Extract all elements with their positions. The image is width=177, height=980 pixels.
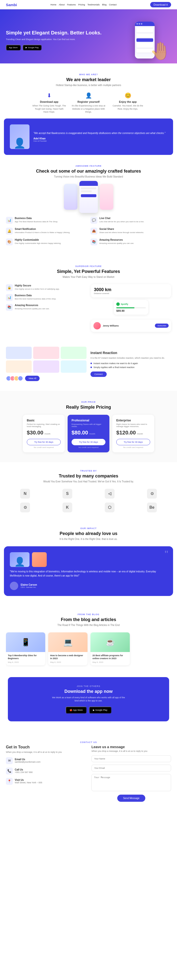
people-section: OUR IMPACT People who already love us It… <box>0 520 177 603</box>
blog-card-2[interactable]: 💻 How to become a web designer in 2023 M… <box>48 632 88 665</box>
pricing-title: Really Simple Pricing <box>6 405 171 410</box>
market-sub: Hottest Startup-like business, is better… <box>6 84 171 86</box>
nav-pricing[interactable]: Pricing <box>78 3 85 6</box>
download-googleplay-button[interactable]: ▶ Google Play <box>89 706 112 713</box>
subscribe-button[interactable]: Subscribe <box>155 323 169 328</box>
appstore-button[interactable]: App Store <box>6 45 21 50</box>
social-share-icon: 📤 <box>91 228 97 235</box>
instant-grid: View All Instant Reaction It is the 87 i… <box>6 347 171 381</box>
nav-testimonials[interactable]: Testimonials <box>88 3 100 6</box>
customizable-icon: 🎨 <box>6 239 13 245</box>
amazing-title: Check out some of our amazingly crafted … <box>6 169 171 174</box>
store-buttons: App Store ▶ Google Play <box>6 45 132 50</box>
trusted-tag: TRUSTED BY <box>6 469 171 472</box>
logo-s: S <box>62 489 72 499</box>
instant-item-1: Instant reaction makes me want to do it … <box>91 362 171 364</box>
hero-desc: Trending Clean and Elegant design applic… <box>6 38 132 41</box>
biz-title: Business Data <box>15 294 56 297</box>
enterprise-plan-card: Enterprise Right choice for teams who ne… <box>112 415 154 452</box>
people-tag: OUR IMPACT <box>4 527 173 530</box>
email-input[interactable] <box>91 765 171 772</box>
form-title: Leave us a message <box>91 745 171 749</box>
nav-blog[interactable]: Blog <box>102 3 107 6</box>
feat-smart-notif: 🔔 Smart Notification Information Product… <box>6 228 86 235</box>
nav-features[interactable]: Features <box>67 3 76 6</box>
contact-title: Get in Touch <box>6 745 86 749</box>
contact-tag: CONTACT US <box>6 741 171 743</box>
feat-notif-title: Smart Notification <box>15 228 70 231</box>
powerful-title: Simple, Yet Powerful Features <box>6 269 171 274</box>
logo-vs: ◁ <box>105 489 115 499</box>
powerful-resources: 📚 Amazing Resources Amazing resources qu… <box>6 304 86 311</box>
instant-right: Instant Reaction It is the 87 instant re… <box>91 351 171 377</box>
basic-cta-button[interactable]: Try free for 30 days <box>27 439 61 445</box>
feat-business-data: 📊 Business Data App The Best Market Busi… <box>6 217 86 224</box>
blog-card-1[interactable]: 📱 Top 5 Membership Sites for Beginners M… <box>6 632 45 665</box>
pro-amount: $80.00 <box>72 430 88 436</box>
name-input[interactable] <box>91 755 171 762</box>
pro-name: Professional <box>72 419 105 422</box>
submit-button[interactable]: Send Message <box>117 795 145 802</box>
apple-icon-2: 🍎 <box>70 709 73 711</box>
feat-business-desc: App The Best Market Business data At The… <box>15 220 58 223</box>
user-avatar <box>93 322 101 329</box>
blog-section: FROM THE BLOG From the blog and articles… <box>0 603 177 677</box>
blog-cards: 📱 Top 5 Membership Sites for Beginners M… <box>6 632 171 667</box>
feature-enjoy: 😊 Enjoy the app Camelot. You travel, We … <box>111 92 145 114</box>
pro-cta-button[interactable]: Try free for 30 days <box>72 439 105 445</box>
quote-decoration: " <box>165 549 168 560</box>
people-author: Elaine Carson <box>21 584 37 586</box>
contact-phone: 📞 Call Us +001 234 567 890 <box>6 768 86 775</box>
location-icon: 📍 <box>6 778 13 785</box>
resources-icon: 📚 <box>91 239 97 245</box>
stat-label: Distance covered <box>94 292 168 294</box>
people-title: People who already love us <box>4 531 173 536</box>
powerful-secure: 🔒 Highly Secure One highly secure is a b… <box>6 284 86 291</box>
testimonial-role: Ceo & Founder <box>33 140 166 142</box>
hero-title: Simple yet Elegant Design. Better Looks. <box>6 30 132 36</box>
people-quote: "We're moving to this integration of bio… <box>10 570 167 578</box>
user-name: Jenny Williams <box>103 325 153 327</box>
feat-resources: 📚 Amazing Resources Amazing resources qu… <box>91 239 171 245</box>
feature-download: ⬇ Download app When The Going Gets Tough… <box>32 92 66 114</box>
pricing-cards: Basic Perfect for exploring. Start creat… <box>6 415 171 452</box>
instant-left: View All <box>6 347 86 381</box>
dot-1 <box>91 363 92 364</box>
app-screen-right <box>100 184 113 210</box>
blog-card-3[interactable]: ☕ 20 Best affiliate programs for online … <box>91 632 130 665</box>
feat-customizable: 🎨 Highly Customizable One highly customi… <box>6 239 86 245</box>
hero-content: Simple yet Elegant Design. Better Looks.… <box>6 30 135 50</box>
view-all-button[interactable]: View All <box>25 375 40 381</box>
contact-address: 📍 Visit Us Wall Street, New York – 005 <box>6 778 86 785</box>
blog-date-3: May 8, 2023 <box>92 661 128 663</box>
powerful-features-section: SUPERIOR FEATURE Simple, Yet Powerful Fe… <box>0 255 177 342</box>
live-chat-icon: 💬 <box>91 217 97 224</box>
nav-contact[interactable]: Contact <box>109 3 116 6</box>
professional-plan-card: Professional Empowering Teams with all b… <box>68 415 109 452</box>
feat-resources-title: Amazing Resources <box>99 239 134 241</box>
pro-period: /month <box>89 433 95 435</box>
download-cta: JOIN THE OTHERS Download the app now We … <box>8 677 169 721</box>
message-input[interactable] <box>91 774 171 791</box>
connect-button[interactable]: Connect <box>91 372 107 377</box>
blog-title-1: Top 5 Membership Sites for Beginners <box>8 654 43 660</box>
feat-business-title: Business Data <box>15 217 58 220</box>
avatars-row <box>6 375 23 381</box>
nav-cta-button[interactable]: Download it <box>150 2 171 7</box>
googleplay-button[interactable]: ▶ Google Play <box>22 45 42 50</box>
nav-about[interactable]: About <box>59 3 65 6</box>
blog-img-1: 📱 <box>6 632 45 652</box>
pricing-tag: OUR PRICE <box>6 401 171 403</box>
instant-list: Instant reaction makes me want to do it … <box>91 362 171 369</box>
spotify-progress-bar <box>116 307 146 308</box>
features-grid: 📊 Business Data App The Best Market Busi… <box>6 217 171 245</box>
market-title: We are market leader <box>6 77 171 82</box>
nav-home[interactable]: Home <box>50 3 56 6</box>
pricing-section: OUR PRICE Really Simple Pricing Basic Pe… <box>0 391 177 462</box>
feature-download-title: Download app <box>32 100 66 103</box>
enterprise-cta-button[interactable]: Try free for 30 days <box>116 439 150 445</box>
stat-value: 3000 km <box>94 287 168 292</box>
nav-logo[interactable]: Sambi <box>6 3 17 7</box>
people-role: CEO, Sambie Inc. <box>21 586 37 589</box>
download-appstore-button[interactable]: 🍎 App Store <box>65 706 86 713</box>
